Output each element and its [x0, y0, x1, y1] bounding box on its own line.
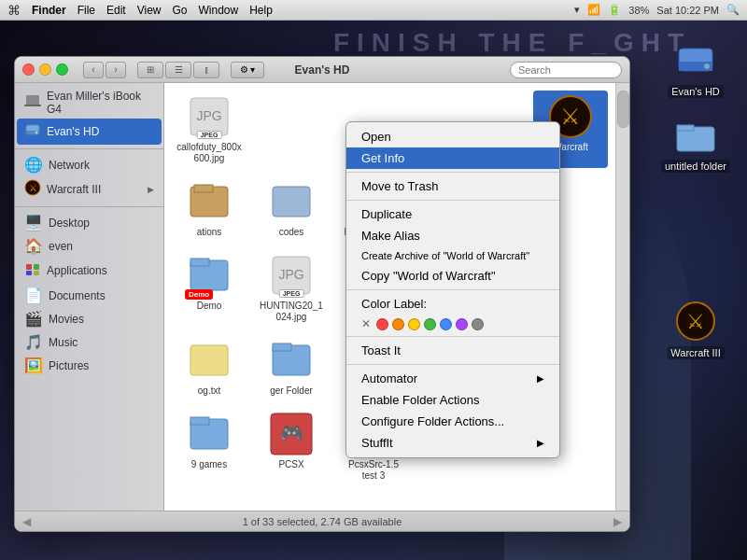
arrow-icon: ▶: [537, 373, 544, 384]
even-label: even: [49, 240, 73, 253]
ctx-separator-3: [346, 289, 559, 290]
sidebar-item-movies[interactable]: 🎬 Movies: [17, 307, 162, 330]
menu-go[interactable]: Go: [173, 4, 188, 17]
evans-hd-sidebar-label: Evan's HD: [47, 125, 99, 138]
file-label: callofduty_800x600.jpg: [176, 142, 243, 164]
warcraft-sidebar-label: Warcraft III: [47, 183, 101, 196]
ctx-toast[interactable]: Toast It: [346, 340, 559, 361]
back-button[interactable]: ‹: [83, 62, 104, 78]
list-item[interactable]: 9 games: [172, 408, 247, 485]
sidebar-item-evans-hd[interactable]: Evan's HD: [17, 119, 162, 145]
svg-text:JPG: JPG: [196, 108, 221, 123]
color-green[interactable]: [424, 318, 436, 330]
ctx-open[interactable]: Open: [346, 126, 559, 147]
ctx-enable-folder[interactable]: Enable Folder Actions: [346, 389, 559, 411]
column-view-button[interactable]: ⫿: [193, 62, 219, 78]
scroll-left[interactable]: ◀: [15, 515, 31, 528]
ctx-create-archive[interactable]: Create Archive of "World of Warcraft": [346, 246, 559, 265]
status-bar: ◀ 1 of 33 selected, 2.74 GB available ▶: [15, 511, 629, 531]
file-label: ger Folder: [270, 385, 313, 397]
sidebar-item-network[interactable]: 🌐 Network: [17, 153, 162, 176]
file-label: HUNTING20_1024.jpg: [258, 301, 325, 323]
evans-hd-label: Evan's HD: [668, 85, 724, 98]
color-gray[interactable]: [472, 318, 484, 330]
ctx-configure-folder[interactable]: Configure Folder Actions...: [346, 411, 559, 432]
color-yellow[interactable]: [408, 318, 420, 330]
minimize-button[interactable]: [39, 63, 51, 76]
scroll-right[interactable]: ▶: [613, 515, 629, 528]
sidebar-item-documents[interactable]: 📄 Documents: [17, 284, 162, 307]
ctx-move-trash[interactable]: Move to Trash: [346, 175, 559, 197]
scrollbar-track[interactable]: [615, 83, 629, 511]
list-item[interactable]: 🎮 PCSX: [254, 408, 329, 485]
file-label: PcsxSrc-1.5 test 3: [340, 459, 407, 482]
music-sidebar-icon: 🎵: [24, 333, 43, 351]
ctx-stuffit[interactable]: StuffIt ▶: [346, 432, 559, 454]
list-item[interactable]: codes: [254, 175, 329, 242]
ctx-automator[interactable]: Automator ▶: [346, 368, 559, 389]
spotlight-icon[interactable]: 🔍: [726, 4, 740, 16]
list-item[interactable]: JPG JPEG HUNTING20_1024.jpg: [254, 249, 329, 327]
sidebar-item-applications[interactable]: Applications: [17, 258, 162, 284]
sidebar-item-desktop[interactable]: 🖥️ Desktop: [17, 211, 162, 234]
ctx-separator-4: [346, 336, 559, 337]
menu-edit[interactable]: Edit: [106, 4, 126, 17]
scrollbar-thumb[interactable]: [617, 91, 629, 128]
ctx-make-alias[interactable]: Make Alias: [346, 225, 559, 246]
color-labels: ✕: [346, 315, 559, 333]
list-item[interactable]: Demo Demo: [172, 249, 247, 327]
desktop-label: Desktop: [49, 217, 90, 230]
icon-view-button[interactable]: ⊞: [137, 62, 163, 78]
list-item[interactable]: JPG JPEG callofduty_800x600.jpg: [172, 91, 247, 168]
sidebar-item-music[interactable]: 🎵 Music: [17, 330, 162, 354]
menu-view[interactable]: View: [137, 4, 162, 17]
desktop-icon-warcraft[interactable]: ⚔ Warcraft III: [658, 299, 733, 359]
desktop-icon-untitled-folder[interactable]: untitled folder: [658, 112, 733, 173]
file-label: Demo: [197, 301, 222, 312]
traffic-lights: [22, 63, 68, 76]
signal-icon: ▾: [574, 4, 580, 16]
file-label: codes: [279, 227, 304, 238]
close-button[interactable]: [22, 63, 35, 76]
color-none[interactable]: ✕: [361, 317, 371, 330]
menu-help[interactable]: Help: [249, 4, 273, 17]
ctx-color-label: Color Label:: [346, 293, 559, 315]
applications-label: Applications: [47, 264, 107, 277]
file-icon: JPG JPEG: [187, 94, 232, 139]
svg-rect-24: [273, 187, 310, 217]
sidebar-item-evan-miller[interactable]: Evan Miller's iBook G4: [17, 87, 162, 119]
desktop-sidebar-icon: 🖥️: [24, 214, 43, 231]
warcraft-icon: ⚔: [673, 299, 718, 343]
ctx-get-info[interactable]: Get Info: [346, 147, 559, 169]
ctx-copy[interactable]: Copy "World of Warcraft": [346, 265, 559, 287]
color-purple[interactable]: [456, 318, 468, 330]
sidebar-item-pictures[interactable]: 🖼️ Pictures: [17, 354, 162, 377]
network-icon: 🌐: [24, 156, 43, 174]
menu-finder[interactable]: Finder: [32, 4, 66, 17]
forward-button[interactable]: ›: [106, 62, 126, 78]
menu-file[interactable]: File: [78, 4, 95, 17]
menu-window[interactable]: Window: [199, 4, 239, 17]
color-orange[interactable]: [392, 318, 404, 330]
svg-rect-4: [677, 125, 694, 131]
folder-icon: [673, 112, 718, 157]
color-red[interactable]: [376, 318, 388, 330]
svg-text:⚔: ⚔: [29, 183, 37, 193]
list-item[interactable]: ations: [172, 175, 247, 242]
file-icon: [269, 179, 314, 224]
color-blue[interactable]: [440, 318, 452, 330]
list-item[interactable]: ger Folder: [254, 334, 329, 400]
list-item[interactable]: og.txt: [172, 334, 247, 400]
list-view-button[interactable]: ☰: [165, 62, 191, 78]
sidebar-item-warcraft[interactable]: ⚔ Warcraft III ▶: [17, 176, 162, 203]
docs-sidebar-icon: 📄: [24, 287, 43, 304]
action-button[interactable]: ⚙ ▾: [231, 62, 264, 78]
search-input[interactable]: [510, 62, 622, 78]
zoom-button[interactable]: [56, 63, 68, 76]
ctx-duplicate[interactable]: Duplicate: [346, 203, 559, 225]
apple-menu[interactable]: ⌘: [7, 3, 21, 18]
file-icon: [187, 179, 232, 224]
desktop-icon-evans-hd[interactable]: Evan's HD: [658, 37, 733, 98]
sidebar-item-even[interactable]: 🏠 even: [17, 234, 162, 258]
evan-miller-label: Evan Miller's iBook G4: [47, 90, 154, 116]
